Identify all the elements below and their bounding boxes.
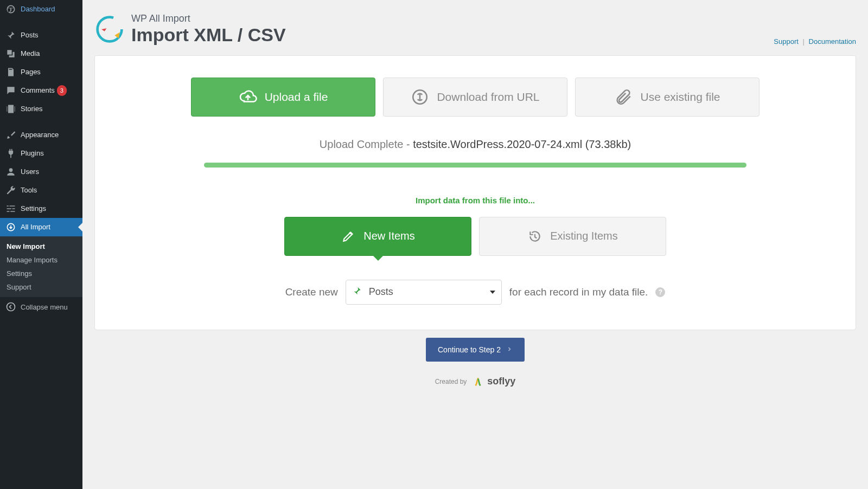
paperclip-icon: [614, 88, 633, 106]
submenu-manage-imports[interactable]: Manage Imports: [0, 253, 82, 267]
menu-settings[interactable]: Settings: [0, 200, 82, 218]
menu-comments[interactable]: Comments 3: [0, 81, 82, 100]
menu-all-import[interactable]: All Import: [0, 218, 82, 236]
footer: Created by soflyy: [94, 376, 856, 388]
submenu-settings[interactable]: Settings: [0, 267, 82, 280]
documentation-link[interactable]: Documentation: [809, 37, 856, 46]
tab-upload-label: Upload a file: [265, 91, 328, 104]
menu-tools-label: Tools: [21, 185, 37, 195]
upload-filename: testsite.WordPress.2020-07-24.xml: [413, 138, 582, 150]
menu-appearance[interactable]: Appearance: [0, 126, 82, 144]
menu-dashboard-label: Dashboard: [21, 4, 55, 14]
upload-status: Upload Complete - testsite.WordPress.202…: [117, 138, 834, 151]
cloud-upload-icon: [239, 88, 257, 106]
comment-icon: [5, 85, 16, 96]
upload-status-label: Upload Complete: [320, 138, 404, 150]
collapse-menu[interactable]: Collapse menu: [0, 297, 82, 317]
pin-icon: [352, 286, 362, 298]
tab-use-existing[interactable]: Use existing file: [575, 78, 760, 117]
header-links: Support | Documentation: [774, 37, 856, 46]
menu-plugins-label: Plugins: [21, 149, 44, 158]
plug-icon: [5, 148, 16, 159]
page-eyebrow: WP All Import: [131, 13, 286, 24]
menu-comments-label: Comments: [21, 86, 55, 95]
import-into-label: Import data from this file into...: [117, 196, 834, 205]
tab-download-label: Download from URL: [437, 91, 539, 104]
menu-settings-label: Settings: [21, 204, 46, 214]
brand-icon: [472, 376, 484, 388]
media-icon: [5, 48, 16, 59]
support-link[interactable]: Support: [774, 37, 799, 46]
history-icon: [527, 229, 542, 244]
post-type-select-wrap: Posts: [346, 280, 502, 305]
all-import-submenu: New Import Manage Imports Settings Suppo…: [0, 236, 82, 297]
brand-name: soflyy: [487, 376, 515, 387]
upload-progress-bar: [204, 163, 746, 168]
plugin-logo-icon: [94, 14, 125, 44]
tab-download-url[interactable]: Download from URL: [383, 78, 567, 117]
upload-dash: -: [406, 138, 413, 150]
submenu-new-import[interactable]: New Import: [0, 240, 82, 253]
menu-dashboard[interactable]: Dashboard: [0, 0, 82, 18]
menu-pages[interactable]: Pages: [0, 63, 82, 81]
menu-pages-label: Pages: [21, 67, 41, 77]
tab-existing-label: Use existing file: [640, 91, 720, 104]
stories-icon: [5, 104, 16, 114]
post-type-select[interactable]: Posts: [346, 280, 502, 305]
link-separator: |: [803, 37, 805, 46]
gauge-icon: [5, 4, 16, 15]
pages-icon: [5, 67, 16, 78]
brush-icon: [5, 130, 16, 140]
menu-all-import-label: All Import: [21, 222, 50, 232]
comments-count-badge: 3: [57, 85, 67, 96]
caret-down-icon: [490, 291, 495, 294]
menu-tools[interactable]: Tools: [0, 181, 82, 200]
menu-users[interactable]: Users: [0, 163, 82, 181]
svg-point-1: [7, 303, 15, 311]
upload-filesize-close: ): [628, 138, 631, 150]
page-title: Import XML / CSV: [131, 24, 286, 46]
menu-stories[interactable]: Stories: [0, 100, 82, 118]
menu-media-label: Media: [21, 49, 40, 59]
create-suffix: for each record in my data file.: [509, 286, 648, 298]
chevron-right-icon: [506, 345, 513, 354]
submenu-support[interactable]: Support: [0, 280, 82, 294]
collapse-icon: [5, 301, 16, 312]
tab-upload-file[interactable]: Upload a file: [191, 78, 375, 117]
pin-icon: [5, 30, 16, 41]
post-type-value: Posts: [369, 286, 393, 298]
menu-plugins[interactable]: Plugins: [0, 144, 82, 163]
download-url-icon: [411, 88, 429, 106]
created-by-label: Created by: [435, 378, 467, 385]
page-header: WP All Import Import XML / CSV Support |…: [94, 2, 856, 55]
help-icon[interactable]: ?: [655, 287, 665, 297]
import-mode-row: New Items Existing Items: [117, 217, 834, 256]
main-content: WP All Import Import XML / CSV Support |…: [82, 0, 868, 489]
mode-existing-items[interactable]: Existing Items: [479, 217, 666, 256]
wrench-icon: [5, 185, 16, 196]
continue-button[interactable]: Continue to Step 2: [426, 338, 525, 362]
menu-users-label: Users: [21, 167, 39, 177]
menu-posts[interactable]: Posts: [0, 26, 82, 44]
menu-appearance-label: Appearance: [21, 130, 59, 140]
create-prefix: Create new: [285, 286, 338, 298]
menu-media[interactable]: Media: [0, 44, 82, 63]
source-tabs: Upload a file Download from URL Use exis…: [117, 78, 834, 117]
import-panel: Upload a file Download from URL Use exis…: [94, 55, 856, 330]
continue-label: Continue to Step 2: [438, 345, 501, 354]
import-icon: [5, 222, 16, 233]
menu-stories-label: Stories: [21, 104, 42, 114]
mode-new-items[interactable]: New Items: [284, 217, 471, 256]
admin-sidebar: Dashboard Posts Media Pages Comments: [0, 0, 82, 489]
sliders-icon: [5, 203, 16, 214]
create-row: Create new Posts for each record in my d…: [117, 280, 834, 305]
user-icon: [5, 166, 16, 177]
menu-posts-label: Posts: [21, 30, 39, 40]
mode-new-items-label: New Items: [363, 230, 414, 242]
footer-brand[interactable]: soflyy: [472, 376, 515, 388]
mode-existing-items-label: Existing Items: [550, 230, 617, 242]
pencil-icon: [341, 229, 356, 244]
upload-filesize: 73.38kb: [589, 138, 627, 150]
collapse-label: Collapse menu: [21, 303, 68, 311]
